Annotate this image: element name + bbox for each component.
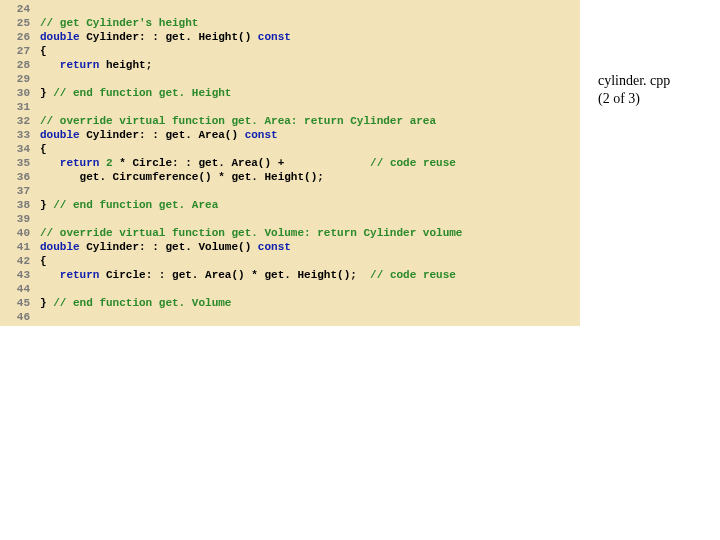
line-number: 27 [6, 44, 30, 58]
line-number: 25 [6, 16, 30, 30]
code-content: return height; [30, 58, 152, 72]
code-line: 28 return height; [6, 58, 574, 72]
line-number: 33 [6, 128, 30, 142]
code-line: 33double Cylinder: : get. Area() const [6, 128, 574, 142]
line-number: 31 [6, 100, 30, 114]
code-line: 30} // end function get. Height [6, 86, 574, 100]
code-content [30, 282, 40, 296]
code-line: 39 [6, 212, 574, 226]
code-line: 38} // end function get. Area [6, 198, 574, 212]
line-number: 44 [6, 282, 30, 296]
code-content: { [30, 142, 47, 156]
code-line: 37 [6, 184, 574, 198]
code-content: get. Circumference() * get. Height(); [30, 170, 324, 184]
line-number: 32 [6, 114, 30, 128]
code-content: // override virtual function get. Volume… [30, 226, 462, 240]
code-content [30, 184, 40, 198]
code-content: double Cylinder: : get. Height() const [30, 30, 291, 44]
code-content [30, 2, 40, 16]
code-line: 32// override virtual function get. Area… [6, 114, 574, 128]
code-line: 31 [6, 100, 574, 114]
code-line: 27{ [6, 44, 574, 58]
code-line: 36 get. Circumference() * get. Height(); [6, 170, 574, 184]
code-content: { [30, 254, 47, 268]
line-number: 37 [6, 184, 30, 198]
code-content: // override virtual function get. Area: … [30, 114, 436, 128]
code-content [30, 212, 40, 226]
line-number: 42 [6, 254, 30, 268]
line-number: 28 [6, 58, 30, 72]
line-number: 24 [6, 2, 30, 16]
code-content: double Cylinder: : get. Area() const [30, 128, 278, 142]
code-line: 25// get Cylinder's height [6, 16, 574, 30]
code-line: 24 [6, 2, 574, 16]
line-number: 29 [6, 72, 30, 86]
line-number: 36 [6, 170, 30, 184]
line-number: 26 [6, 30, 30, 44]
code-line: 45} // end function get. Volume [6, 296, 574, 310]
code-content [30, 72, 40, 86]
code-content: } // end function get. Volume [30, 296, 231, 310]
line-number: 40 [6, 226, 30, 240]
code-line: 41double Cylinder: : get. Volume() const [6, 240, 574, 254]
code-content: return Circle: : get. Area() * get. Heig… [30, 268, 456, 282]
code-line: 40// override virtual function get. Volu… [6, 226, 574, 240]
code-line: 43 return Circle: : get. Area() * get. H… [6, 268, 574, 282]
code-line: 42{ [6, 254, 574, 268]
line-number: 41 [6, 240, 30, 254]
code-line: 35 return 2 * Circle: : get. Area() + //… [6, 156, 574, 170]
code-line: 44 [6, 282, 574, 296]
file-annotation: cylinder. cpp (2 of 3) [598, 72, 670, 108]
code-content: // get Cylinder's height [30, 16, 198, 30]
code-content: { [30, 44, 47, 58]
code-content: double Cylinder: : get. Volume() const [30, 240, 291, 254]
code-line: 26double Cylinder: : get. Height() const [6, 30, 574, 44]
line-number: 35 [6, 156, 30, 170]
code-line: 46 [6, 310, 574, 324]
code-content [30, 100, 40, 114]
annotation-page: (2 of 3) [598, 90, 670, 108]
line-number: 46 [6, 310, 30, 324]
code-line: 29 [6, 72, 574, 86]
line-number: 43 [6, 268, 30, 282]
code-content [30, 310, 40, 324]
code-content: } // end function get. Height [30, 86, 231, 100]
line-number: 39 [6, 212, 30, 226]
code-line: 34{ [6, 142, 574, 156]
line-number: 38 [6, 198, 30, 212]
code-block: 2425// get Cylinder's height26double Cyl… [0, 0, 580, 326]
code-content: } // end function get. Area [30, 198, 218, 212]
line-number: 45 [6, 296, 30, 310]
line-number: 30 [6, 86, 30, 100]
line-number: 34 [6, 142, 30, 156]
code-content: return 2 * Circle: : get. Area() + // co… [30, 156, 456, 170]
annotation-filename: cylinder. cpp [598, 72, 670, 90]
